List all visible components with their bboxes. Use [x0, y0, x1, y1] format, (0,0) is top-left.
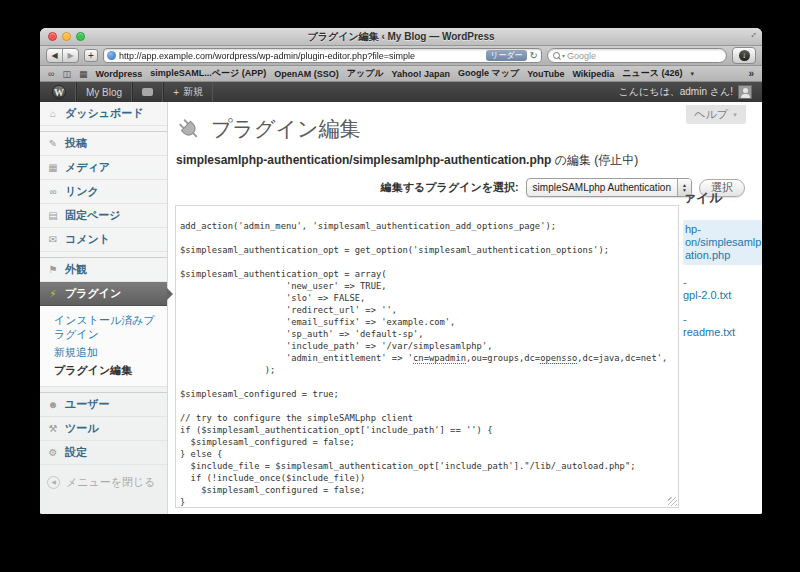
help-label: ヘルプ [694, 107, 728, 122]
back-button[interactable]: ◀ [47, 49, 62, 62]
sidebar-item-label: ダッシュボード [65, 106, 144, 121]
window-titlebar[interactable]: プラグイン編集 ‹ My Blog — WordPress ↔ [40, 28, 762, 46]
plugins-icon: ⚡ [47, 288, 59, 299]
site-name-menu[interactable]: My Blog [76, 82, 132, 102]
zoom-window-button[interactable] [76, 32, 85, 41]
sidebar-item-appearance[interactable]: ⚑ 外観 [40, 257, 167, 282]
sidebar-item-label: プラグイン [65, 286, 121, 301]
bookmark-item[interactable]: Yahoo! Japan [392, 69, 451, 79]
url-text[interactable]: http://app.example.com/wordpress/wp-admi… [119, 51, 483, 61]
bookmark-item[interactable]: アップル [347, 67, 384, 80]
reading-list-icon[interactable]: ∞ [48, 69, 54, 79]
spellcheck-underlined-text: opensso [540, 353, 577, 364]
submenu-installed-plugins[interactable]: インストール済みプラグイン [54, 311, 163, 343]
plugin-code-editor[interactable]: add_action('admin_menu', 'simplesaml_aut… [175, 205, 679, 508]
traffic-lights [48, 32, 85, 41]
search-engine-label: Google [567, 51, 596, 61]
help-caret-icon: ▼ [732, 112, 738, 118]
settings-icon: ⚙ [47, 447, 59, 458]
file-name-fragment: - [683, 276, 762, 289]
links-icon: ∞ [47, 186, 59, 197]
dashboard-icon: ⌂ [47, 108, 59, 119]
new-tab-button[interactable]: + [84, 49, 98, 62]
users-icon: ☻ [47, 399, 59, 410]
pages-icon: ▤ [47, 210, 59, 221]
page-title: プラグイン編集 [211, 115, 360, 143]
sidebar-item-label: 外観 [65, 262, 87, 277]
browser-window: プラグイン編集 ‹ My Blog — WordPress ↔ ◀ ▶ + ht… [40, 28, 762, 514]
plugin-file-link-selected[interactable]: hp- on/simplesamlp ation.php [683, 220, 762, 265]
search-input[interactable]: ▾ Google [547, 48, 727, 63]
new-label: 新規 [183, 85, 203, 99]
site-name: My Blog [86, 87, 122, 98]
bookmarks-book-icon[interactable]: ◫ [62, 69, 71, 79]
comments-shortcut[interactable] [132, 82, 163, 102]
sidebar-item-label: コメント [65, 232, 110, 247]
submenu-plugin-editor[interactable]: プラグイン編集 [54, 361, 163, 379]
address-bar[interactable]: http://app.example.com/wordpress/wp-admi… [103, 48, 542, 63]
collapse-menu-button[interactable]: ◀ メニューを閉じる [40, 465, 167, 500]
collapse-menu-label: メニューを閉じる [66, 475, 156, 490]
bookmark-item[interactable]: Wikipedia [572, 69, 614, 79]
downloads-button[interactable]: ↓ [732, 47, 756, 64]
bookmark-item[interactable]: OpenAM (SSO) [274, 69, 339, 79]
top-sites-icon[interactable]: ▦ [79, 69, 88, 79]
posts-icon: ✎ [47, 138, 59, 149]
sidebar-item-media[interactable]: ▦ メディア [40, 156, 167, 180]
plugin-page-icon [176, 116, 202, 142]
comments-icon: ✉ [47, 234, 59, 245]
sidebar-item-settings[interactable]: ⚙ 設定 [40, 441, 167, 465]
help-tab[interactable]: ヘルプ ▼ [686, 105, 746, 124]
editing-file-line: simplesamlphp-authentication/simplesamlp… [174, 145, 762, 169]
submenu-add-new[interactable]: 新規追加 [54, 343, 163, 361]
file-name-fragment: hp- [685, 223, 762, 236]
search-engine-caret-icon[interactable]: ▾ [562, 52, 565, 59]
sidebar-item-label: メディア [65, 160, 110, 175]
bookmark-item[interactable]: simpleSAML...ページ (APP) [150, 67, 266, 80]
select-plugin-label: 編集するプラグインを選択: [381, 180, 519, 195]
desktop: { "icons": { "back": "◀", "forward": "▶"… [0, 0, 800, 572]
bookmark-item[interactable]: Wordpress [95, 69, 142, 79]
plugins-submenu: インストール済みプラグイン 新規追加 プラグイン編集 [40, 306, 167, 387]
collapse-arrow-icon: ◀ [47, 476, 60, 489]
search-icon [553, 52, 560, 59]
plugin-file-link-gpl[interactable]: - gpl-2.0.txt [683, 276, 762, 302]
admin-content: ⌂ ダッシュボード ✎ 投稿 ▦ メディア ∞ リンク ▤ 固定ページ ✉ コメ… [40, 102, 762, 514]
file-name-fragment: gpl-2.0.txt [683, 289, 762, 302]
media-icon: ▦ [47, 162, 59, 173]
sidebar-item-posts[interactable]: ✎ 投稿 [40, 131, 167, 156]
plugin-files-panel: ァイル hp- on/simplesamlp ation.php - gpl-2… [683, 189, 762, 339]
plugin-code[interactable]: add_action('admin_menu', 'simplesaml_aut… [180, 208, 678, 508]
sidebar-item-plugins[interactable]: ⚡ プラグイン [40, 282, 167, 306]
sidebar-item-tools[interactable]: ⚒ ツール [40, 417, 167, 441]
sidebar-item-dashboard[interactable]: ⌂ ダッシュボード [40, 102, 167, 126]
reader-button[interactable]: リーダー [486, 50, 526, 61]
wp-logo-menu[interactable]: W [50, 82, 76, 102]
bookmarks-bar: ∞ ◫ ▦ Wordpress simpleSAML...ページ (APP) O… [40, 66, 762, 82]
plugin-select-dropdown[interactable]: simpleSAMLphp Authentication ▲ ▼ [526, 178, 692, 197]
close-window-button[interactable] [48, 32, 57, 41]
reload-icon[interactable]: ↻ [530, 50, 538, 61]
bookmark-item[interactable]: Google マップ [458, 67, 519, 80]
forward-button[interactable]: ▶ [62, 49, 78, 62]
new-content-menu[interactable]: + 新規 [163, 82, 213, 102]
edit-status-suffix: の編集 (停止中) [551, 153, 638, 167]
plugin-select-row: 編集するプラグインを選択: simpleSAMLphp Authenticati… [174, 169, 762, 197]
textarea-resize-grip[interactable] [668, 497, 677, 506]
window-title: プラグイン編集 ‹ My Blog — WordPress [40, 30, 762, 44]
sidebar-item-links[interactable]: ∞ リンク [40, 180, 167, 204]
account-menu[interactable]: こんにちは、admin さん! [619, 85, 752, 99]
sidebar-item-users[interactable]: ☻ ユーザー [40, 392, 167, 417]
bookmarks-overflow-chevron[interactable]: » [748, 68, 754, 79]
bookmark-item[interactable]: ニュース (426) [622, 67, 682, 80]
sidebar-item-label: リンク [65, 184, 99, 199]
sidebar-item-comments[interactable]: ✉ コメント [40, 228, 167, 252]
sidebar-item-pages[interactable]: ▤ 固定ページ [40, 204, 167, 228]
sidebar-item-label: 設定 [65, 445, 87, 460]
bookmark-item[interactable]: YouTube [527, 69, 564, 79]
plugin-files-heading: ァイル [683, 189, 762, 207]
sidebar-item-label: ユーザー [65, 397, 110, 412]
minimize-window-button[interactable] [62, 32, 71, 41]
sidebar-item-label: ツール [65, 421, 99, 436]
plugin-file-link-readme[interactable]: - readme.txt [683, 313, 762, 339]
